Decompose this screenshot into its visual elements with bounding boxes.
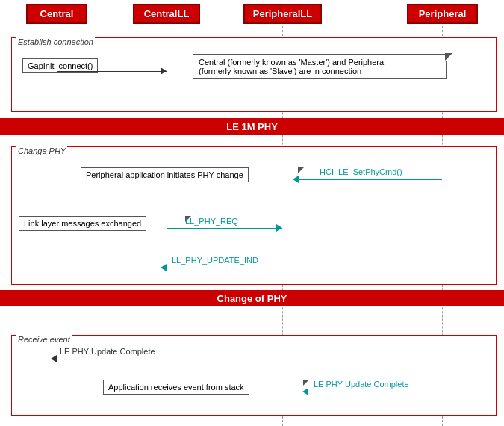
msg-app-receives: Application receives event from stack — [103, 380, 249, 395]
note-line2: (formerly known as 'Slave') are in conne… — [199, 67, 361, 75]
note-dogear — [445, 53, 452, 61]
sequence-diagram: Central CentralLL PeripheralLL Periphera… — [0, 0, 504, 426]
section-receive-label: Receive event — [16, 335, 72, 344]
divider-change-phy: Change of PHY — [0, 290, 504, 306]
arrow-le-phy2 — [308, 392, 442, 392]
arrowhead-hci — [293, 176, 299, 183]
label-hci: HCI_LE_SetPhyCmd() — [320, 167, 402, 176]
arrow-hci — [299, 179, 442, 180]
actor-central: Central — [26, 4, 87, 24]
section-change-phy-label: Change PHY — [16, 146, 67, 155]
divider-le1m-label: LE 1M PHY — [226, 121, 278, 132]
msg-peripheral-app: Peripheral application initiates PHY cha… — [81, 167, 249, 182]
arrowhead-le-phy2 — [302, 388, 308, 395]
actor-centralll: CentralLL — [133, 4, 200, 24]
arrow-gapinit — [57, 71, 167, 72]
label-ll-req: LL_PHY_REQ — [185, 217, 238, 226]
note-connection: Central (formerly known as 'Master') and… — [193, 54, 447, 79]
actor-peripheral: Peripheral — [407, 4, 478, 24]
label-le-phy2: LE PHY Update Complete — [314, 380, 409, 389]
arrow-ll-req — [167, 228, 282, 229]
label-le-phy1: LE PHY Update Complete — [60, 347, 155, 356]
actor-peripheralll: PeripheralLL — [243, 4, 322, 24]
arrow-le-phy1 — [57, 359, 167, 359]
arrowhead-le-phy1 — [51, 355, 57, 362]
section-establish-label: Establish connection — [16, 37, 95, 46]
label-ll-update: LL_PHY_UPDATE_IND — [172, 256, 258, 265]
arrow-ll-update — [167, 268, 282, 268]
peripheral-app-dogear — [298, 167, 304, 173]
divider-le1m: LE 1M PHY — [0, 118, 504, 135]
divider-change-phy-label: Change of PHY — [217, 293, 287, 304]
app-receives-dogear — [303, 380, 309, 386]
note-line1: Central (formerly known as 'Master') and… — [199, 58, 386, 67]
msg-ll-messages: Link layer messages exchanged — [19, 216, 146, 231]
arrowhead-gapinit — [161, 67, 167, 75]
arrowhead-ll-update — [161, 264, 167, 271]
arrowhead-ll-req — [276, 224, 282, 232]
